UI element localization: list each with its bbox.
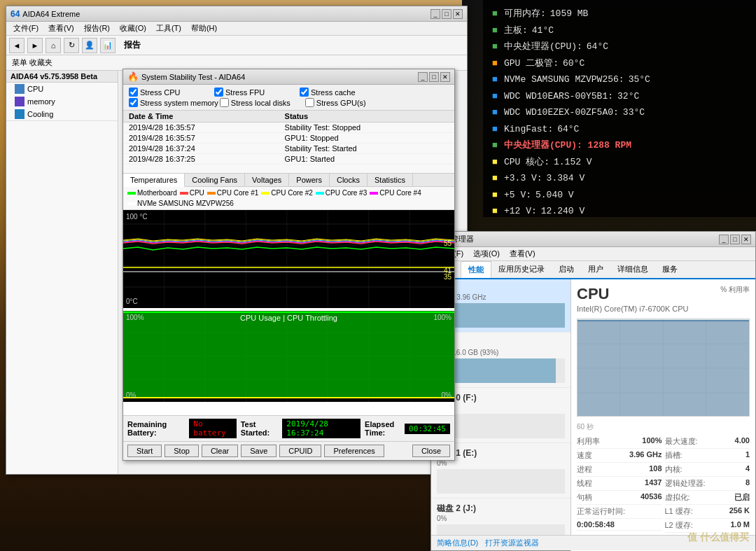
- tm-tab-startup[interactable]: 启动: [552, 261, 581, 278]
- tm-label-util: 利用率: [577, 436, 600, 447]
- legend-motherboard: Motherboard: [127, 189, 177, 197]
- legend-core3: CPU Core #3: [316, 189, 367, 197]
- toolbar-refresh[interactable]: ↻: [64, 38, 79, 53]
- tm-stat-row-speed: 速度 3.96 GHz: [577, 449, 662, 463]
- hw-icon-9: ■: [490, 157, 500, 167]
- cb-stress-memory-input[interactable]: [129, 98, 138, 107]
- tm-disk2-name: 磁盘 2 (J:): [437, 503, 565, 515]
- sst-close[interactable]: ✕: [440, 72, 450, 82]
- close-button[interactable]: ✕: [453, 9, 463, 19]
- sidebar-cpu-label: CPU: [27, 85, 43, 93]
- sst-maximize[interactable]: □: [429, 72, 439, 82]
- sst-tab-temperatures[interactable]: Temperatures: [123, 174, 185, 187]
- sst-minimize[interactable]: _: [418, 72, 428, 82]
- cb-stress-fpu[interactable]: Stress FPU: [214, 88, 298, 97]
- sst-tab-statistics[interactable]: Statistics: [368, 174, 413, 186]
- btn-close[interactable]: Close: [412, 445, 450, 457]
- log-time-2: 2019/4/28 16:37:24: [123, 144, 279, 154]
- tm-menu-options[interactable]: 选项(O): [469, 248, 504, 260]
- tm-value-thread: 1437: [645, 478, 662, 489]
- tm-win-controls: _ □ ✕: [719, 235, 751, 244]
- menu-tools[interactable]: 工具(T): [152, 22, 186, 34]
- tm-disk1-sub: 0%: [437, 459, 565, 467]
- tm-tab-details[interactable]: 详细信息: [610, 261, 655, 278]
- sst-log: Date & Time Status 2019/4/28 16:35:57 St…: [123, 111, 454, 174]
- sst-tab-clocks[interactable]: Clocks: [330, 174, 368, 186]
- btn-start[interactable]: Start: [127, 445, 162, 457]
- menu-file[interactable]: 文件(F): [9, 22, 43, 34]
- tm-minimize[interactable]: _: [719, 235, 729, 244]
- hw-label-10: +3.3 V:: [504, 172, 542, 186]
- btn-stop[interactable]: Stop: [164, 445, 199, 457]
- log-row-2: 2019/4/28 16:37:24 Stability Test: Start…: [123, 144, 454, 154]
- cb-stress-memory[interactable]: Stress system memory: [129, 98, 218, 107]
- sidebar-item-memory[interactable]: memory: [6, 95, 118, 108]
- hw-icon-6: ■: [490, 108, 500, 118]
- btn-save[interactable]: Save: [241, 445, 276, 457]
- cb-stress-cache[interactable]: Stress cache: [300, 88, 384, 97]
- sidebar-item-cpu[interactable]: CPU: [6, 83, 118, 95]
- menu-report[interactable]: 报告(R): [80, 22, 114, 34]
- breadcrumb: 菜单 收藏夹: [12, 57, 52, 68]
- hw-icon-10: ■: [490, 174, 500, 183]
- toolbar-chart[interactable]: 📊: [100, 38, 115, 53]
- tm-tab-apphistory[interactable]: 应用历史记录: [491, 261, 552, 278]
- legend-color-core1: [207, 192, 216, 195]
- temp-graph-container: 100 °C 0°C 55 41 35: [123, 210, 454, 308]
- hw-icon-0: ■: [490, 9, 500, 19]
- aida-toolbar: ◄ ► ⌂ ↻ 👤 📊 报告: [6, 36, 467, 55]
- hw-value-9: 1.152 V: [554, 155, 592, 169]
- tm-stat-row-maxspeed: 最大速度: 4.00: [665, 435, 750, 449]
- tm-cpu-detail-panel: CPU Intel(R) Core(TM) i7-6700K CPU % 利用率: [571, 279, 755, 551]
- cb-stress-cpu[interactable]: Stress CPU: [129, 88, 213, 97]
- hw-row-0: ■ 可用内存: 1059 MB: [490, 6, 749, 22]
- tm-maximize[interactable]: □: [730, 235, 740, 244]
- tm-cpu-subtitle: Intel(R) Core(TM) i7-6700K CPU: [577, 305, 689, 313]
- cb-stress-gpu[interactable]: Stress GPU(s): [305, 98, 389, 107]
- log-header-status: Status: [279, 111, 454, 123]
- cb-stress-cpu-input[interactable]: [129, 88, 138, 97]
- cb-stress-gpu-input[interactable]: [305, 98, 314, 107]
- menu-view[interactable]: 查看(V): [44, 22, 78, 34]
- toolbar-home[interactable]: ⌂: [46, 38, 61, 53]
- hw-label-1: 主板:: [504, 24, 528, 38]
- sst-tab-cooling[interactable]: Cooling Fans: [185, 174, 245, 186]
- maximize-button[interactable]: □: [442, 9, 451, 19]
- tm-tab-users[interactable]: 用户: [581, 261, 610, 278]
- toolbar-user[interactable]: 👤: [82, 38, 97, 53]
- toolbar-forward[interactable]: ►: [27, 38, 43, 53]
- graph-y-min: 0°C: [126, 298, 138, 305]
- cb-stress-fpu-input[interactable]: [214, 88, 223, 97]
- minimize-button[interactable]: _: [430, 9, 440, 19]
- legend-label-core1: CPU Core #1: [217, 189, 258, 197]
- hw-row-10: ■ +3.3 V: 3.384 V: [490, 170, 749, 187]
- cb-stress-disks[interactable]: Stress local disks: [220, 98, 304, 107]
- toolbar-back[interactable]: ◄: [9, 38, 24, 53]
- tm-close[interactable]: ✕: [741, 235, 751, 244]
- tm-menu-view[interactable]: 查看(V): [505, 248, 540, 260]
- cb-stress-cache-input[interactable]: [300, 88, 309, 97]
- tm-tab-services[interactable]: 服务: [655, 261, 685, 278]
- cb-stress-disks-input[interactable]: [220, 98, 229, 107]
- hw-row-8: ■ 中央处理器(CPU): 1288 RPM: [490, 137, 749, 154]
- btn-cpuid[interactable]: CPUID: [279, 445, 321, 457]
- tm-label-l2: L2 缓存:: [665, 520, 693, 531]
- btn-clear[interactable]: Clear: [202, 445, 238, 457]
- hw-value-7: 64°C: [557, 123, 579, 137]
- hwinfo-overlay: ■ 可用内存: 1059 MB ■ 主板: 41°C ■ 中央处理器(CPU):…: [483, 0, 756, 217]
- tm-label-l1: L1 缓存:: [665, 506, 693, 517]
- hw-value-4: 35°C: [629, 73, 650, 87]
- btn-preferences[interactable]: Preferences: [324, 445, 384, 457]
- tm-simplified-link[interactable]: 简略信息(D): [437, 538, 478, 548]
- legend-label-motherboard: Motherboard: [137, 189, 177, 197]
- menu-help[interactable]: 帮助(H): [187, 22, 221, 34]
- hw-row-6: ■ WDC WD10EZEX-00ZF5A0: 33°C: [490, 104, 749, 121]
- sidebar-item-cooling[interactable]: Cooling: [6, 108, 118, 120]
- sst-tab-powers[interactable]: Powers: [289, 174, 330, 186]
- tm-tab-performance[interactable]: 性能: [461, 261, 491, 278]
- menu-favorites[interactable]: 收藏(O): [115, 22, 150, 34]
- tm-content: CPU 100% 3.96 GHz 内存 14.9/16.0 GB (93%) …: [431, 279, 755, 551]
- tm-open-monitor-link[interactable]: 打开资源监视器: [485, 538, 539, 548]
- tm-disk0-sub: 0%: [437, 404, 565, 412]
- sst-tab-voltages[interactable]: Voltages: [245, 174, 289, 186]
